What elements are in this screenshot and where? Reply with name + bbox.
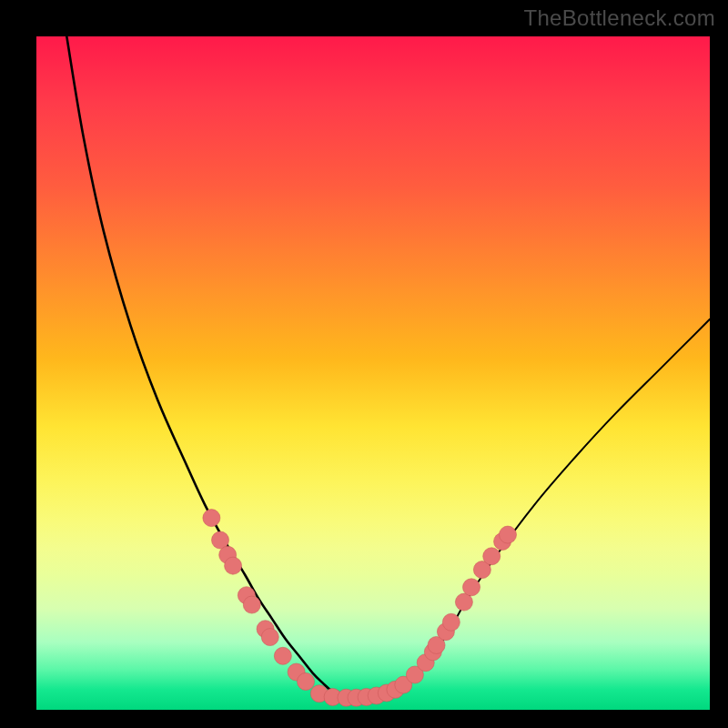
frame: TheBottleneck.com bbox=[0, 0, 728, 728]
watermark-text: TheBottleneck.com bbox=[523, 5, 715, 31]
plot-area bbox=[36, 36, 710, 710]
